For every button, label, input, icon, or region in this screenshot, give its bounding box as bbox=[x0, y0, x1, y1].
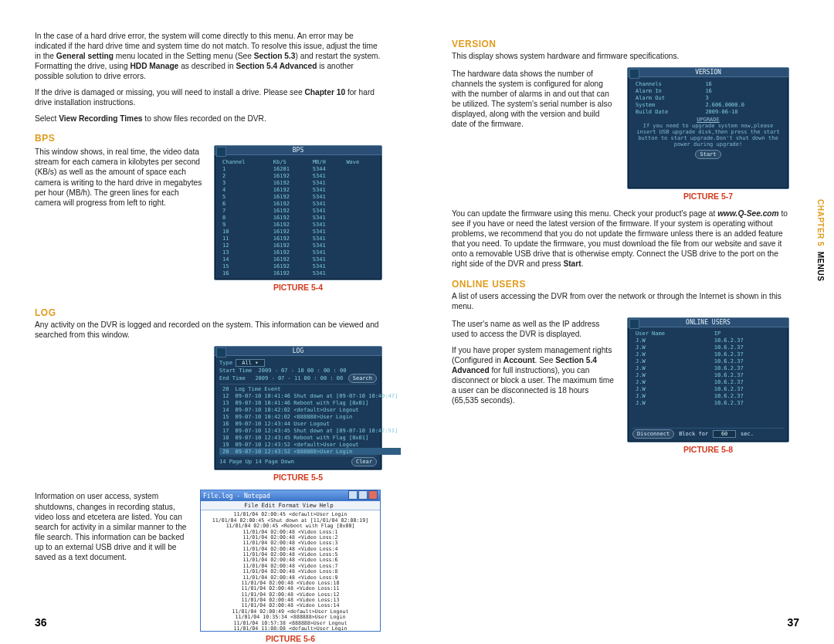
log-table: 20Log Time Event1209-07-10 10:41:46 Shut… bbox=[219, 385, 401, 455]
figure-5-4: BPS ChannelKb/SMB/HWave11620153442161925… bbox=[214, 145, 382, 280]
bps-table: ChannelKb/SMB/HWave116201534421619253413… bbox=[219, 158, 377, 276]
figure-5-4-caption: PICTURE 5-4 bbox=[214, 283, 382, 292]
figure-5-7-caption: PICTURE 5-7 bbox=[627, 192, 789, 201]
window-icon bbox=[216, 147, 226, 157]
online-users-block: The user's name as well as the IP addres… bbox=[452, 317, 789, 460]
notepad-menubar[interactable]: FileEditFormatViewHelp bbox=[201, 501, 380, 510]
online-users-text-3: If you have proper system management rig… bbox=[452, 345, 616, 405]
window-icon bbox=[216, 347, 226, 358]
figure-5-5: LOG Type All ▾ Start Time 2009 - 07 - 10… bbox=[214, 346, 382, 470]
log-search-button[interactable]: Search bbox=[348, 374, 377, 383]
log-text-2: Information on user access, system shutd… bbox=[35, 491, 189, 561]
close-icon[interactable] bbox=[368, 490, 378, 500]
page-number-left: 36 bbox=[35, 616, 47, 629]
notepad-content: 11/01/04 02:00:45 <default>User Login11/… bbox=[201, 510, 380, 631]
online-users-heading: ONLINE USERS bbox=[452, 279, 789, 290]
bps-text: This window shows, in real time, the vid… bbox=[35, 147, 203, 207]
figure-5-6: File.log - Notepad FileEditFormatViewHel… bbox=[200, 490, 381, 632]
window-icon bbox=[629, 69, 639, 79]
page-number-right: 37 bbox=[787, 616, 799, 629]
intro-para-3: Select View Recording Times to show file… bbox=[35, 114, 382, 124]
version-text-1: This display shows system hardware and f… bbox=[452, 51, 789, 61]
page-36: In the case of a hard drive error, the s… bbox=[0, 0, 417, 644]
upgrade-start-button[interactable]: Start bbox=[695, 150, 720, 159]
maximize-icon[interactable] bbox=[358, 490, 368, 500]
log-block-2: Information on user access, system shutd… bbox=[35, 490, 382, 644]
figure-5-8: ONLINE USERS User NameIPJ.W10.6.2.37J.W1… bbox=[627, 317, 789, 442]
online-users-table: User NameIPJ.W10.6.2.37J.W10.6.2.37J.W10… bbox=[632, 330, 784, 407]
page-37: CHAPTER 5 MENUS VERSION This display sho… bbox=[417, 0, 834, 644]
log-text-1: Any activity on the DVR is logged and re… bbox=[35, 320, 382, 340]
window-buttons bbox=[348, 490, 378, 501]
log-type-select[interactable]: All ▾ bbox=[236, 359, 265, 367]
version-block: The hardware data shows the number of ch… bbox=[452, 67, 789, 207]
chapter-tab: CHAPTER 5 MENUS bbox=[816, 198, 825, 283]
disconnect-button[interactable]: Disconnect bbox=[632, 429, 674, 439]
block-seconds-input[interactable]: 60 bbox=[713, 430, 736, 438]
minimize-icon[interactable] bbox=[348, 490, 358, 500]
figure-5-6-caption: PICTURE 5-6 bbox=[200, 634, 381, 643]
intro-para-1: In the case of a hard drive error, the s… bbox=[35, 31, 382, 81]
figure-5-5-caption: PICTURE 5-5 bbox=[214, 473, 382, 482]
intro-para-2: If the drive is damaged or missing, you … bbox=[35, 87, 382, 107]
version-text-3: You can update the firmware using this m… bbox=[452, 208, 789, 269]
bps-heading: BPS bbox=[35, 133, 382, 144]
bps-block: This window shows, in real time, the vid… bbox=[35, 145, 382, 298]
version-table: Channels16Alarm In16Alarm Out3System2.60… bbox=[632, 80, 784, 115]
log-clear-button[interactable]: Clear bbox=[351, 457, 377, 466]
window-icon bbox=[629, 319, 639, 329]
figure-5-7: VERSION Channels16Alarm In16Alarm Out3Sy… bbox=[627, 67, 789, 189]
online-users-text-1: A list of users accessing the DVR from o… bbox=[452, 291, 789, 311]
log-heading: LOG bbox=[35, 307, 382, 318]
version-heading: VERSION bbox=[452, 39, 789, 49]
figure-5-8-caption: PICTURE 5-8 bbox=[627, 445, 789, 454]
version-text-2: The hardware data shows the number of ch… bbox=[452, 69, 616, 129]
online-users-text-2: The user's name as well as the IP addres… bbox=[452, 319, 616, 339]
